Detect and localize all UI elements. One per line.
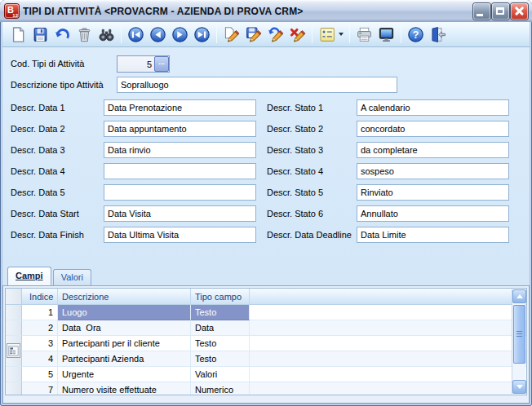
table-row[interactable]: 5 Urgente Valori bbox=[6, 367, 526, 382]
edit-cancel-icon bbox=[289, 26, 306, 43]
cell-indice: 2 bbox=[22, 320, 58, 336]
last-record-button[interactable] bbox=[191, 24, 213, 46]
dropdown-arrow-icon bbox=[339, 33, 344, 36]
descrizione-tipo-input[interactable] bbox=[117, 77, 397, 93]
table-row[interactable]: 3 Partecipanti per il cliente Testo bbox=[6, 336, 526, 351]
new-record-button[interactable] bbox=[7, 24, 29, 46]
descr-data-start-label: Descr. Data Start bbox=[11, 209, 79, 218]
toolbar-separator bbox=[216, 25, 217, 43]
column-header-tipo-campo[interactable]: Tipo campo bbox=[191, 289, 250, 304]
previous-record-icon bbox=[149, 26, 166, 43]
descr-data-1-input[interactable] bbox=[104, 99, 256, 116]
print-button[interactable] bbox=[353, 24, 375, 46]
undo-button[interactable] bbox=[51, 24, 73, 46]
scroll-down-button[interactable] bbox=[512, 380, 526, 394]
first-record-button[interactable] bbox=[125, 24, 147, 46]
descr-stato-2-label: Descr. Stato 2 bbox=[267, 124, 323, 134]
edit-save-button[interactable] bbox=[242, 24, 264, 46]
cod-tipi-attivita-input[interactable] bbox=[117, 56, 154, 72]
lookup-ellipsis-button[interactable]: ... bbox=[154, 56, 169, 72]
maximize-button[interactable] bbox=[492, 3, 509, 20]
vertical-scrollbar[interactable] bbox=[512, 289, 525, 394]
descr-data-2-input[interactable] bbox=[104, 121, 256, 137]
exit-button[interactable] bbox=[427, 24, 449, 46]
svg-text:?: ? bbox=[413, 29, 419, 41]
cod-tipi-attivita-label: Cod. Tipi di Attività bbox=[11, 59, 85, 68]
table-row[interactable]: 1 Luogo Testo bbox=[6, 305, 526, 320]
descr-stato-1-input[interactable] bbox=[357, 99, 509, 116]
edit-new-icon bbox=[223, 26, 240, 43]
table-header: Indice Descrizione Tipo campo bbox=[6, 289, 526, 305]
cell-descrizione: Numero visite effettuate bbox=[58, 382, 191, 395]
edit-cancel-button[interactable] bbox=[286, 24, 308, 46]
delete-record-button[interactable] bbox=[73, 24, 95, 46]
field-list-icon bbox=[319, 26, 336, 43]
close-icon bbox=[511, 3, 528, 20]
binoculars-icon bbox=[98, 26, 115, 43]
help-button[interactable]: ? bbox=[405, 24, 427, 46]
descr-data-3-input[interactable] bbox=[104, 142, 256, 158]
record-form: Cod. Tipi di Attività ... Descrizione ti… bbox=[2, 47, 530, 265]
descr-stato-3-input[interactable] bbox=[357, 142, 509, 158]
find-button[interactable] bbox=[95, 24, 117, 46]
edit-new-button[interactable] bbox=[220, 24, 242, 46]
table-row[interactable]: 4 Partecipanti Azienda Testo bbox=[6, 351, 526, 367]
descr-data-1-label: Descr. Data 1 bbox=[11, 103, 65, 113]
descrizione-tipo-label: Descrizione tipo Attività bbox=[11, 80, 104, 90]
cell-indice: 5 bbox=[22, 367, 58, 382]
scrollbar-thumb[interactable] bbox=[513, 305, 525, 364]
campi-table: Indice Descrizione Tipo campo 1 Luogo Te… bbox=[5, 288, 527, 395]
cod-tipi-attivita-field: ... bbox=[117, 55, 170, 73]
descr-data-start-input[interactable] bbox=[104, 205, 256, 222]
descr-data-finish-input[interactable] bbox=[104, 227, 256, 243]
minimize-icon bbox=[477, 14, 483, 16]
maximize-icon bbox=[496, 7, 504, 15]
field-list-button[interactable] bbox=[316, 24, 346, 46]
descr-data-5-label: Descr. Data 5 bbox=[11, 188, 65, 197]
tab-valori[interactable]: Valori bbox=[53, 269, 91, 285]
bottom-panel: Campi Valori Indice Descrizione Tipo cam… bbox=[2, 265, 530, 404]
previous-record-button[interactable] bbox=[147, 24, 169, 46]
descr-data-4-input[interactable] bbox=[104, 163, 256, 179]
descr-stato-5-input[interactable] bbox=[357, 184, 509, 201]
cell-tipo: Numerico bbox=[191, 382, 250, 395]
edit-undo-button[interactable] bbox=[264, 24, 286, 46]
descr-stato-4-input[interactable] bbox=[357, 163, 509, 179]
save-record-button[interactable] bbox=[29, 24, 51, 46]
descr-stato-4-label: Descr. Stato 4 bbox=[267, 166, 323, 176]
descr-stato-2-input[interactable] bbox=[357, 121, 509, 137]
thumb-grip-icon bbox=[516, 331, 522, 338]
row-selector-header bbox=[6, 289, 22, 304]
table-row[interactable]: 7 Numero visite effettuate Numerico bbox=[6, 382, 526, 395]
descr-data-5-input[interactable] bbox=[104, 184, 256, 201]
descr-data-finish-label: Descr. Data Finish bbox=[11, 230, 84, 240]
toolbar-separator bbox=[349, 25, 350, 43]
print-preview-button[interactable] bbox=[375, 24, 397, 46]
scroll-up-button[interactable] bbox=[512, 289, 526, 303]
descr-stato-6-input[interactable] bbox=[357, 205, 509, 222]
cell-descrizione: Partecipanti Azienda bbox=[58, 351, 191, 367]
window-title: TIPI DI ATTIVITÀ <PROVACRM - AZIENDA DI … bbox=[23, 6, 473, 17]
descr-stato-3-label: Descr. Stato 3 bbox=[267, 145, 323, 155]
edit-undo-icon bbox=[267, 26, 284, 43]
app-logo-icon: B12 bbox=[5, 4, 19, 18]
descr-stato-1-label: Descr. Stato 1 bbox=[267, 103, 323, 113]
column-header-descrizione[interactable]: Descrizione bbox=[58, 289, 191, 304]
close-button[interactable] bbox=[511, 3, 528, 20]
column-header-indice[interactable]: Indice bbox=[22, 289, 58, 304]
new-document-icon bbox=[10, 26, 27, 43]
cell-indice: 3 bbox=[22, 336, 58, 351]
descr-data-deadline-label: Descr. Data Deadline bbox=[267, 230, 352, 240]
toolbar: ? bbox=[2, 22, 530, 47]
cell-tipo: Data bbox=[191, 320, 250, 336]
next-record-button[interactable] bbox=[169, 24, 191, 46]
descr-data-deadline-input[interactable] bbox=[357, 227, 509, 243]
table-row[interactable]: 2 Data Ora Data bbox=[6, 320, 526, 336]
minimize-button[interactable] bbox=[473, 3, 490, 20]
tab-campi[interactable]: Campi bbox=[7, 267, 51, 285]
titlebar[interactable]: B12 TIPI DI ATTIVITÀ <PROVACRM - AZIENDA… bbox=[0, 0, 532, 22]
descr-stato-6-label: Descr. Stato 6 bbox=[267, 209, 323, 218]
next-record-icon bbox=[171, 26, 188, 43]
first-record-icon bbox=[127, 26, 144, 43]
grid-options-button[interactable] bbox=[7, 343, 20, 358]
